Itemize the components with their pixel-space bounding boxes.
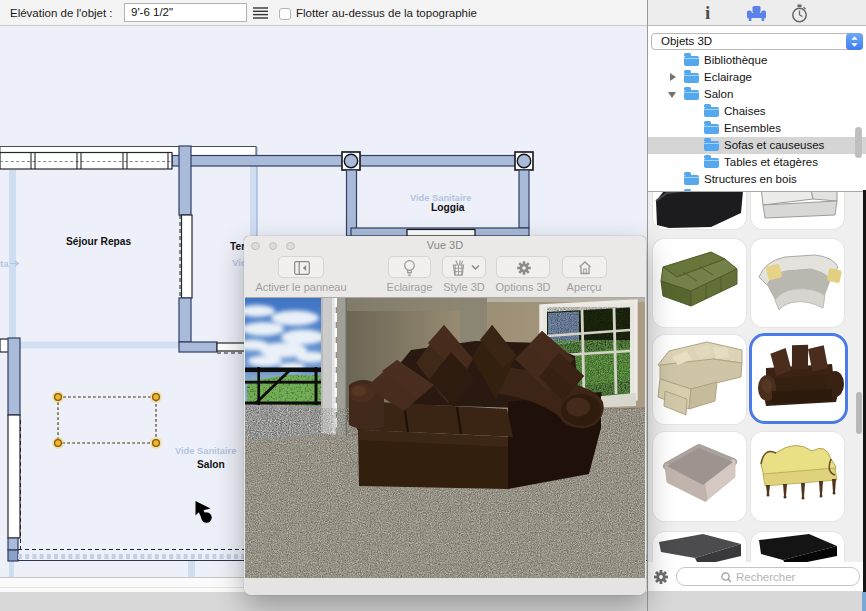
svg-text:Loggia: Loggia: [431, 202, 465, 213]
svg-text:Salon: Salon: [197, 459, 225, 470]
svg-text:ta: ta: [0, 258, 9, 269]
svg-text:Vide Sanitaire: Vide Sanitaire: [175, 446, 236, 456]
svg-text:Séjour Repas: Séjour Repas: [66, 236, 131, 247]
